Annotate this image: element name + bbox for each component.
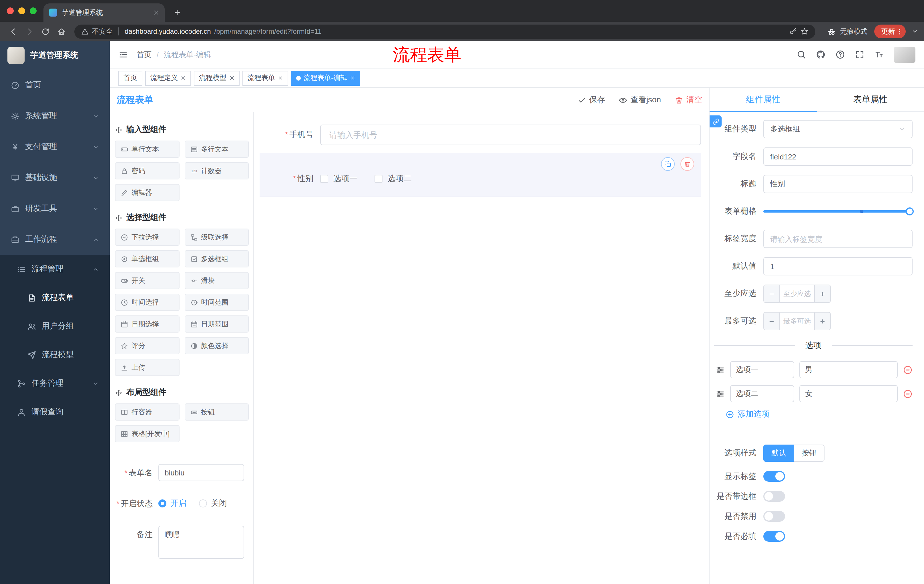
increase-button[interactable] bbox=[814, 313, 830, 330]
palette-item-color[interactable]: 颜色选择 bbox=[185, 337, 249, 354]
hamburger-icon[interactable] bbox=[118, 50, 128, 59]
home-button[interactable] bbox=[54, 24, 69, 39]
style-default-button[interactable]: 默认 bbox=[763, 444, 794, 462]
palette-item-slider[interactable]: 滑块 bbox=[185, 272, 249, 289]
tag-process-definition[interactable]: 流程定义 bbox=[145, 71, 191, 86]
profile-chevron-icon[interactable] bbox=[911, 28, 918, 35]
new-tab-button[interactable] bbox=[174, 9, 181, 16]
disabled-toggle[interactable] bbox=[763, 511, 785, 522]
decrease-button[interactable] bbox=[764, 313, 780, 330]
label-width-input[interactable] bbox=[763, 230, 912, 248]
clear-button[interactable]: 清空 bbox=[675, 95, 702, 105]
show-label-toggle[interactable] bbox=[763, 471, 785, 482]
tag-process-form[interactable]: 流程表单 bbox=[243, 71, 288, 86]
delete-field-button[interactable] bbox=[680, 157, 694, 171]
status-radio-open[interactable]: 开启 bbox=[158, 498, 186, 508]
palette-item-rate[interactable]: 评分 bbox=[115, 337, 179, 354]
add-option-button[interactable]: 添加选项 bbox=[726, 409, 912, 419]
slider-handle[interactable] bbox=[906, 207, 914, 216]
status-radio-closed[interactable]: 关闭 bbox=[199, 498, 227, 508]
view-json-button[interactable]: 查看json bbox=[619, 95, 661, 105]
close-icon[interactable] bbox=[229, 76, 234, 81]
window-zoom-button[interactable] bbox=[30, 7, 36, 14]
address-bar[interactable]: 不安全 dashboard.yudao.iocoder.cn /bpm/mana… bbox=[74, 24, 815, 39]
palette-item-switch[interactable]: 开关 bbox=[115, 272, 179, 289]
breadcrumb-home[interactable]: 首页 bbox=[137, 49, 152, 60]
style-button-button[interactable]: 按钮 bbox=[794, 444, 825, 462]
remove-option-icon[interactable] bbox=[903, 389, 912, 398]
help-icon[interactable] bbox=[835, 50, 845, 59]
tag-process-form-edit[interactable]: 流程表单-编辑 bbox=[291, 71, 360, 86]
tag-home[interactable]: 首页 bbox=[118, 71, 142, 86]
drag-handle-icon[interactable] bbox=[715, 389, 725, 398]
palette-item-date-range[interactable]: 日期范围 bbox=[185, 316, 249, 332]
forward-button[interactable] bbox=[22, 24, 36, 39]
palette-item-radio-group[interactable]: 单选框组 bbox=[115, 250, 179, 267]
palette-item-time[interactable]: 时间选择 bbox=[115, 294, 179, 311]
checkbox-icon[interactable] bbox=[375, 175, 383, 183]
required-toggle[interactable] bbox=[763, 531, 785, 542]
palette-item-cascade[interactable]: 级联选择 bbox=[185, 229, 249, 246]
increase-button[interactable] bbox=[814, 285, 830, 302]
close-icon[interactable] bbox=[181, 76, 186, 81]
back-button[interactable] bbox=[6, 24, 21, 39]
sidebar-item-devtools[interactable]: 研发工具 bbox=[0, 193, 110, 224]
tab-component-props[interactable]: 组件属性 bbox=[710, 88, 817, 112]
tab-close-icon[interactable] bbox=[153, 10, 159, 15]
sidebar-item-task-management[interactable]: 任务管理 bbox=[0, 369, 110, 398]
sidebar-item-process-management[interactable]: 流程管理 bbox=[0, 255, 110, 283]
bookmark-star-icon[interactable] bbox=[800, 28, 808, 35]
tab-form-props[interactable]: 表单属性 bbox=[817, 88, 924, 112]
sidebar-item-workflow[interactable]: 工作流程 bbox=[0, 224, 110, 255]
browser-update-button[interactable]: 更新 bbox=[874, 25, 906, 38]
component-type-select[interactable]: 多选框组 bbox=[763, 120, 912, 138]
remove-option-icon[interactable] bbox=[903, 365, 912, 375]
title-input[interactable] bbox=[763, 175, 912, 193]
form-remark-textarea[interactable]: 嘿嘿 bbox=[158, 526, 244, 559]
palette-item-table[interactable]: 表格[开发中] bbox=[115, 425, 179, 442]
min-select-placeholder[interactable]: 至少应选 bbox=[780, 285, 814, 302]
field-name-input[interactable] bbox=[763, 147, 912, 166]
sidebar-item-user-group[interactable]: 用户分组 bbox=[0, 312, 110, 341]
sidebar-item-system[interactable]: 系统管理 bbox=[0, 100, 110, 132]
sidebar-item-home[interactable]: 首页 bbox=[0, 70, 110, 100]
sidebar-item-payment[interactable]: 支付管理 bbox=[0, 132, 110, 162]
close-icon[interactable] bbox=[278, 76, 283, 81]
save-button[interactable]: 保存 bbox=[578, 95, 605, 105]
duplicate-field-button[interactable] bbox=[661, 157, 675, 171]
palette-item-row-container[interactable]: 行容器 bbox=[115, 403, 179, 421]
option-label-input[interactable] bbox=[730, 385, 794, 402]
copy-link-button[interactable] bbox=[710, 115, 722, 127]
palette-item-upload[interactable]: 上传 bbox=[115, 359, 179, 376]
palette-item-editor[interactable]: 编辑器 bbox=[115, 184, 179, 201]
palette-item-time-range[interactable]: 时间范围 bbox=[185, 294, 249, 311]
gender-option-1[interactable]: 选项一 bbox=[320, 174, 357, 184]
border-toggle[interactable] bbox=[763, 491, 785, 502]
phone-input[interactable] bbox=[320, 125, 701, 145]
palette-item-counter[interactable]: 123计数器 bbox=[185, 162, 249, 179]
canvas-field-phone[interactable]: *手机号 bbox=[260, 125, 701, 145]
palette-item-select[interactable]: 下拉选择 bbox=[115, 229, 179, 246]
tag-process-model[interactable]: 流程模型 bbox=[194, 71, 239, 86]
grid-slider[interactable] bbox=[763, 202, 912, 220]
sidebar-item-process-model[interactable]: 流程模型 bbox=[0, 341, 110, 369]
close-icon[interactable] bbox=[350, 76, 355, 81]
user-avatar[interactable] bbox=[894, 46, 916, 63]
palette-item-date[interactable]: 日期选择 bbox=[115, 316, 179, 332]
checkbox-icon[interactable] bbox=[320, 175, 328, 183]
font-size-icon[interactable] bbox=[874, 50, 884, 59]
canvas-field-gender-selected[interactable]: *性别 选项一 选项二 bbox=[260, 153, 701, 197]
github-icon[interactable] bbox=[816, 50, 826, 59]
palette-item-checkbox-group[interactable]: 多选框组 bbox=[185, 250, 249, 267]
drag-handle-icon[interactable] bbox=[715, 365, 725, 375]
browser-tab[interactable]: 芋道管理系统 bbox=[43, 3, 165, 22]
sidebar-item-infrastructure[interactable]: 基础设施 bbox=[0, 162, 110, 193]
option-value-input[interactable] bbox=[799, 385, 898, 402]
password-key-icon[interactable] bbox=[789, 28, 797, 35]
reload-button[interactable] bbox=[38, 24, 53, 39]
sidebar-item-leave-query[interactable]: 请假查询 bbox=[0, 398, 110, 426]
default-value-input[interactable] bbox=[763, 257, 912, 275]
palette-item-password[interactable]: 密码 bbox=[115, 162, 179, 179]
decrease-button[interactable] bbox=[764, 285, 780, 302]
option-value-input[interactable] bbox=[799, 361, 898, 378]
